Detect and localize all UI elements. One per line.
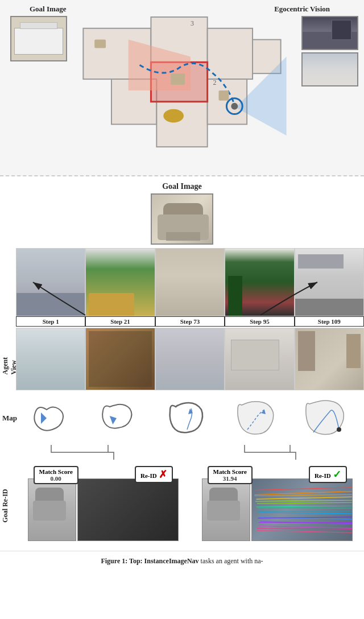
ego-images: [301, 16, 358, 86]
caption-text: tasks an agent with na-: [199, 557, 263, 565]
caption: Figure 1: Top: InstanceImageNav tasks an…: [0, 551, 364, 571]
reid-chair-img: [28, 478, 76, 541]
svg-rect-6: [156, 102, 207, 147]
reid-label-left: Re-ID: [140, 472, 157, 479]
reid-badge-right-right: Re-ID ✓: [309, 466, 346, 483]
bracket-area: [0, 444, 364, 461]
svg-rect-14: [171, 73, 185, 85]
reid-score-label-left: Match Score: [39, 468, 73, 475]
scene-img-3: [155, 248, 225, 316]
map-row: Map: [0, 393, 364, 444]
scene-img-1: [16, 248, 85, 316]
reid-success-img: [251, 478, 353, 541]
reid-score-badge-left: Match Score 0.00: [34, 466, 78, 484]
reid-label: Goal Re-ID: [1, 489, 15, 523]
ego-kitchen: [301, 16, 358, 50]
reid-badge-right-left: Re-ID ✗: [135, 466, 172, 483]
reid-score-badge-right: Match Score 31.94: [208, 466, 253, 484]
agent-img-4: [225, 328, 294, 390]
map-item-4: [233, 396, 284, 440]
step-labels: Step 1 Step 21 Step 73 Step 95 Step 109: [16, 316, 364, 327]
scene-row: Scene: [0, 248, 364, 316]
reid-score-label-right: Match Score: [213, 468, 247, 475]
agent-img-1: [16, 328, 85, 390]
reid-images-left: [28, 478, 179, 541]
step-label-4: Step 95: [225, 316, 294, 327]
svg-text:2: 2: [213, 79, 217, 86]
reid-x-icon: ✗: [159, 469, 167, 480]
scene-area: Scene: [0, 248, 364, 316]
map-item-2: [96, 396, 147, 440]
reid-row: Goal Re-ID Match Score 0.00 Re-ID ✗: [0, 463, 364, 548]
caption-bold-2: InstanceImageNav: [143, 557, 199, 565]
reid-images-right: [202, 478, 353, 541]
step-label-1: Step 1: [16, 316, 85, 327]
agent-view-label: Agent View: [1, 344, 15, 375]
scene-img-5: [295, 248, 364, 316]
reid-panel-left: Match Score 0.00 Re-ID ✗: [28, 466, 179, 546]
svg-marker-20: [41, 412, 47, 424]
scene-img-2: [85, 248, 155, 316]
reid-label-right: Re-ID: [315, 472, 331, 479]
svg-rect-13: [94, 40, 106, 48]
floorplan: 3 2: [74, 11, 290, 158]
scene-img-4: [225, 248, 294, 316]
svg-rect-16: [219, 90, 229, 101]
reid-panel-right: Match Score 31.94 Re-ID ✓: [202, 466, 353, 546]
agent-images: [16, 328, 364, 390]
agent-img-3: [155, 328, 225, 390]
reid-chair-img-right: [202, 478, 250, 541]
map-item-3: [164, 396, 216, 440]
reid-fail-img: [77, 478, 179, 541]
map-label: Map: [2, 414, 17, 423]
svg-rect-3: [208, 28, 253, 79]
step-label-2: Step 21: [85, 316, 155, 327]
map-item-5: [302, 396, 353, 440]
map-items: [16, 393, 364, 444]
svg-marker-21: [110, 414, 118, 424]
top-goal-image: [10, 16, 67, 61]
bottom-goal-image: [151, 193, 213, 245]
map-item-1: [27, 396, 78, 440]
bottom-section: Goal Image Scene: [0, 176, 364, 571]
scene-images: [16, 248, 364, 316]
reid-check-icon: ✓: [333, 469, 341, 480]
top-goal-label: Goal Image: [30, 5, 67, 14]
caption-bold-1: Figure 1: Top:: [101, 557, 142, 565]
agent-img-2: [85, 328, 155, 390]
svg-point-15: [163, 109, 184, 123]
step-label-5: Step 109: [295, 316, 364, 327]
bottom-goal-label: Goal Image: [0, 182, 364, 191]
svg-point-12: [231, 103, 238, 110]
reid-score-value-right: 31.94: [213, 475, 247, 482]
agent-view-row: Agent View: [0, 328, 364, 390]
reid-score-value-left: 0.00: [39, 475, 73, 482]
step-label-3: Step 73: [155, 316, 225, 327]
top-section: Goal Image Egocentric Vision: [0, 0, 364, 176]
svg-point-24: [337, 427, 341, 432]
agent-img-5: [295, 328, 364, 390]
ego-room: [301, 52, 358, 86]
chair-image: [152, 195, 212, 244]
bed-image: [11, 17, 66, 60]
reid-content: Match Score 0.00 Re-ID ✗: [16, 463, 364, 548]
svg-text:3: 3: [191, 19, 194, 27]
